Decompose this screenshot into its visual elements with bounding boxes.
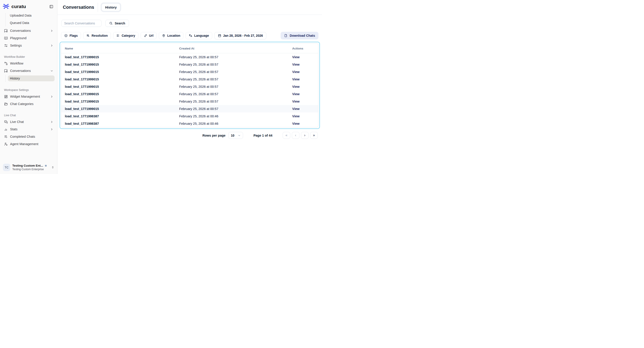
message-lock-icon — [4, 69, 8, 73]
sidebar-item-queued-data[interactable]: Queued Data — [8, 19, 54, 27]
main-area: Conversations History Search — [58, 0, 322, 174]
filter-label: Language — [194, 34, 209, 37]
conversation-created-at: February 25, 2026 at 00:57 — [176, 90, 289, 98]
rows-per-page-select[interactable]: 10 — [228, 132, 243, 139]
conversation-name: load_test_1771999015 — [61, 61, 176, 68]
search-button-label: Search — [115, 22, 125, 25]
sidebar-item-completed-chats[interactable]: Completed Chats — [3, 133, 54, 140]
chevron-down-icon — [50, 69, 53, 72]
sidebar-item-playground[interactable]: Playground — [3, 35, 54, 41]
sidebar-item-conversations-workflow[interactable]: Conversations — [3, 67, 54, 74]
filter-category[interactable]: Category — [113, 32, 138, 39]
filter-url[interactable]: Url — [141, 32, 156, 39]
user-meta: Testing Custom Ent... Testing Custom Ent… — [12, 164, 47, 171]
avatar: TC — [3, 164, 10, 171]
filter-language[interactable]: Language — [186, 32, 212, 39]
rows-per-page-label: Rows per page — [202, 134, 226, 137]
view-link[interactable]: View — [292, 114, 300, 118]
pagination: Rows per page 10 Page 1 of 44 « ‹ › » — [61, 132, 318, 139]
curatu-logo-icon — [2, 3, 10, 10]
table-highlight-outline: Name Created At Actions load_test_177199… — [60, 42, 320, 129]
last-page-button[interactable]: » — [310, 132, 318, 139]
sidebar-item-label: Settings — [10, 44, 22, 47]
sidebar-item-history[interactable]: History — [8, 75, 54, 81]
first-page-button[interactable]: « — [283, 132, 290, 139]
conversation-created-at: February 25, 2026 at 00:57 — [176, 105, 289, 112]
conversations-table-card: Name Created At Actions load_test_177199… — [61, 43, 318, 127]
book-open-icon — [4, 36, 8, 40]
table-row: load_test_1771999015 February 25, 2026 a… — [61, 105, 318, 112]
view-link[interactable]: View — [292, 77, 300, 81]
sidebar-item-live-chat[interactable]: Live Chat — [3, 118, 54, 125]
app-window: curatu Uploaded Data Queued Data — [0, 0, 322, 174]
filter-label: Category — [122, 34, 135, 37]
view-link[interactable]: View — [292, 63, 300, 66]
column-header-actions: Actions — [289, 44, 318, 53]
column-header-name: Name — [61, 44, 176, 53]
filter-label: Location — [167, 34, 180, 37]
sidebar-item-label: Queued Data — [10, 21, 29, 25]
download-chats-button[interactable]: Download Chats — [281, 32, 318, 39]
file-icon — [284, 34, 288, 37]
sidebar-item-widget-management[interactable]: Widget Management — [3, 93, 54, 100]
next-page-button[interactable]: › — [301, 132, 308, 139]
chat-bubbles-icon — [4, 120, 8, 124]
filter-flags[interactable]: Flags — [61, 32, 81, 39]
view-link[interactable]: View — [292, 92, 300, 96]
conversation-created-at: February 25, 2026 at 00:57 — [176, 75, 289, 83]
chevron-right-icon — [50, 44, 53, 47]
conversation-name: load_test_1771999015 — [61, 68, 176, 75]
sidebar-header: curatu — [0, 0, 57, 13]
conversation-name: load_test_1771999015 — [61, 98, 176, 105]
sidebar-collapse-icon[interactable] — [49, 4, 54, 9]
conversation-created-at: February 25, 2026 at 00:57 — [176, 68, 289, 75]
conversation-created-at: February 25, 2026 at 00:57 — [176, 53, 289, 61]
conversation-name: load_test_1771999015 — [61, 105, 176, 112]
conversations-table: Name Created At Actions load_test_177199… — [61, 44, 318, 127]
view-link[interactable]: View — [292, 85, 300, 88]
sidebar-item-label: Conversations — [10, 69, 31, 73]
table-row: load_test_1771999015 February 25, 2026 a… — [61, 90, 318, 98]
sidebar-item-uploaded-data[interactable]: Uploaded Data — [8, 13, 54, 19]
list-icon — [116, 34, 120, 37]
sidebar-item-settings[interactable]: Settings — [3, 42, 54, 49]
search-row: Search — [61, 20, 318, 27]
filter-resolution[interactable]: Resolution — [83, 32, 111, 39]
sidebar-section-workspace-settings: Workspace Settings — [3, 88, 54, 92]
filter-location[interactable]: Location — [159, 32, 183, 39]
conversation-name: load_test_1771999015 — [61, 90, 176, 98]
sidebar-item-label: Workflow — [10, 62, 23, 65]
bar-chart-icon — [4, 127, 8, 131]
chevron-right-icon — [50, 128, 53, 131]
chevrons-up-down-icon[interactable] — [51, 166, 54, 169]
workspace-switcher[interactable]: TC Testing Custom Ent... Testing Custom … — [0, 161, 57, 174]
folder-open-icon — [4, 102, 8, 106]
view-link[interactable]: View — [292, 107, 300, 111]
tab-history[interactable]: History — [102, 3, 120, 11]
sidebar-item-label: Uploaded Data — [10, 14, 32, 17]
sidebar-item-stats[interactable]: Stats — [3, 126, 54, 133]
sidebar-section-live-chat: Live Chat — [3, 114, 54, 117]
sidebar-item-workflow[interactable]: Workflow — [3, 60, 54, 67]
search-input[interactable] — [61, 20, 102, 27]
sidebar-section-workflow-builder: Workflow Builder — [3, 55, 54, 58]
filter-row: Flags Resolution — [61, 32, 318, 39]
sidebar-item-label: Completed Chats — [10, 135, 35, 138]
message-lock-icon — [4, 29, 8, 33]
view-link[interactable]: View — [292, 100, 300, 103]
view-link[interactable]: View — [292, 55, 300, 59]
sidebar-item-label: Widget Management — [10, 95, 40, 98]
search-button[interactable]: Search — [105, 20, 129, 27]
workspace-org: Testing Custom Enterprise — [12, 168, 47, 171]
view-link[interactable]: View — [292, 122, 300, 125]
date-range-button[interactable]: Jan 28, 2026 - Feb 27, 2026 — [214, 32, 266, 39]
sidebar-item-agent-management[interactable]: Agent Management — [3, 141, 54, 147]
table-row: load_test_1771999015 February 25, 2026 a… — [61, 75, 318, 83]
previous-page-button[interactable]: ‹ — [292, 132, 300, 139]
table-row: load_test_1771999015 February 25, 2026 a… — [61, 53, 318, 61]
sidebar-item-conversations[interactable]: Conversations — [3, 27, 54, 34]
sidebar-item-chat-categories[interactable]: Chat Categories — [3, 101, 54, 107]
table-row: load_test_1771998387 February 25, 2026 a… — [61, 112, 318, 120]
view-link[interactable]: View — [292, 70, 300, 74]
page-indicator: Page 1 of 44 — [253, 134, 272, 137]
